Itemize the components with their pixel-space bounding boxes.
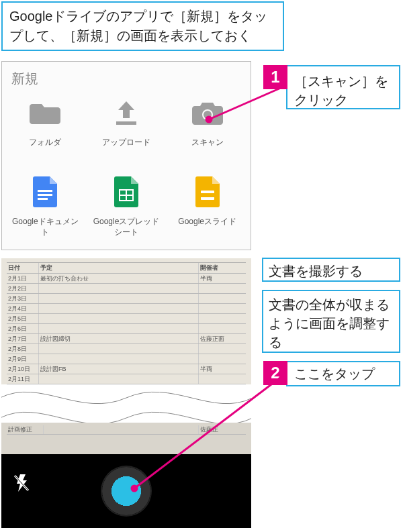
callout-note-adjust: 文書の全体が収まるように画面を調整する (262, 290, 400, 353)
callout-step-2: 2 ここをタップ (286, 361, 400, 386)
document-table: 日付予定開催者2月1日最初の打ち合わせ半両2月2日2月3日2月4日2月5日2月6… (7, 262, 246, 394)
camera-icon (189, 95, 226, 131)
shutter-button[interactable] (102, 467, 150, 515)
new-item-folder[interactable]: フォルダ (5, 95, 86, 168)
new-item-label: Googleスプレッド シート (93, 217, 160, 237)
new-dialog-title: 新規 (5, 68, 248, 95)
new-item-scan[interactable]: スキャン (167, 95, 248, 168)
new-dialog: 新規 フォルダ アップロード スキャン Googleドキュメン ト (1, 61, 251, 250)
new-item-label: フォルダ (29, 138, 61, 148)
step-1-number: 1 (263, 65, 287, 89)
new-item-label: Googleスライド (178, 217, 236, 227)
document-table-bottom: 計画修正佐藤正 (7, 425, 246, 435)
step-1-text: ［スキャン］をクリック (294, 74, 388, 107)
callout-note-capture: 文書を撮影する (262, 258, 400, 282)
svg-rect-9 (201, 193, 214, 197)
callout-step-1: 1 ［スキャン］をクリック (286, 65, 400, 109)
new-item-label: Googleドキュメン ト (12, 217, 79, 237)
new-item-label: アップロード (102, 138, 150, 148)
camera-preview-area: 日付予定開催者2月1日最初の打ち合わせ半両2月2日2月3日2月4日2月5日2月6… (1, 258, 251, 528)
new-item-upload[interactable]: アップロード (86, 95, 167, 168)
docs-icon (27, 174, 63, 210)
step-2-number: 2 (263, 361, 287, 385)
svg-rect-2 (38, 190, 52, 192)
new-dialog-grid: フォルダ アップロード スキャン Googleドキュメン ト Googleスプレ (5, 95, 248, 248)
new-item-docs[interactable]: Googleドキュメン ト (5, 174, 86, 248)
svg-point-1 (204, 111, 212, 119)
svg-rect-4 (38, 198, 48, 200)
folder-icon (27, 95, 63, 131)
upload-icon (108, 95, 144, 131)
slides-icon (189, 174, 226, 210)
sheets-icon (108, 174, 144, 210)
new-item-sheets[interactable]: Googleスプレッド シート (86, 174, 167, 248)
camera-controls-bar (1, 454, 251, 528)
svg-rect-3 (38, 194, 52, 196)
new-item-slides[interactable]: Googleスライド (167, 174, 248, 248)
step-2-text: ここをタップ (294, 364, 375, 383)
flash-off-button[interactable] (13, 473, 31, 496)
top-instruction: Googleドライブのアプリで［新規］をタップして、［新規］の画面を表示しておく (1, 1, 284, 51)
new-item-label: スキャン (191, 138, 224, 148)
